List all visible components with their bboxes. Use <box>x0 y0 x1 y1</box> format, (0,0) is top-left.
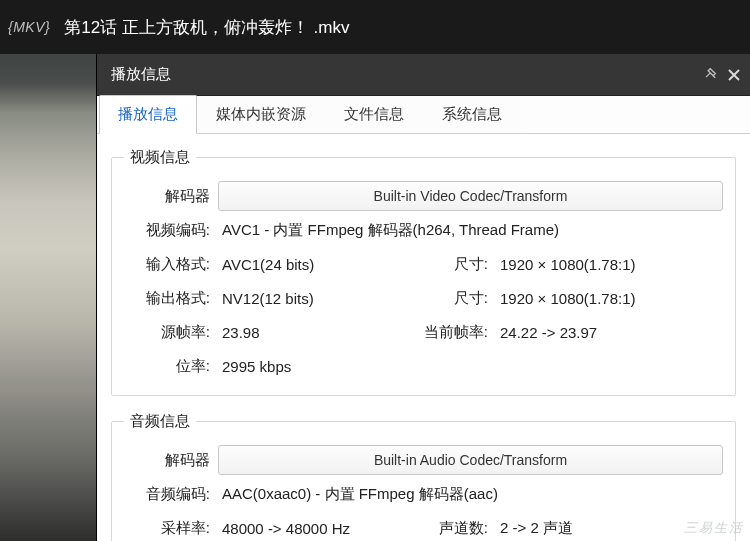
video-input-format-value: AVC1(24 bits) <box>218 256 408 273</box>
video-output-size-value: 1920 × 1080(1.78:1) <box>496 290 723 307</box>
audio-decoder-label: 解码器 <box>124 451 214 470</box>
video-input-format-label: 输入格式: <box>124 255 214 274</box>
video-cur-fps-label: 当前帧率: <box>412 323 492 342</box>
audio-info-group: 音频信息 解码器 Built-in Audio Codec/Transform … <box>111 412 736 541</box>
titlebar: {MKV} 第12话 正上方敌机，俯冲轰炸！ .mkv <box>0 0 750 54</box>
video-preview[interactable] <box>0 54 97 541</box>
video-legend: 视频信息 <box>124 148 196 167</box>
info-panel: 播放信息 播放信息 媒体内嵌资源 文件信息 系统信息 视频信息 解码器 <box>97 54 750 541</box>
tab-playback-info[interactable]: 播放信息 <box>99 95 197 134</box>
video-src-fps-label: 源帧率: <box>124 323 214 342</box>
video-decoder-button[interactable]: Built-in Video Codec/Transform <box>218 181 723 211</box>
video-codec-value: AVC1 - 内置 FFmpeg 解码器(h264, Thread Frame) <box>218 221 723 240</box>
tab-bar: 播放信息 媒体内嵌资源 文件信息 系统信息 <box>97 96 750 134</box>
video-cur-fps-value: 24.22 -> 23.97 <box>496 324 723 341</box>
panel-title: 播放信息 <box>111 65 171 84</box>
video-input-size-label: 尺寸: <box>412 255 492 274</box>
format-tag: {MKV} <box>8 19 50 35</box>
audio-decoder-button[interactable]: Built-in Audio Codec/Transform <box>218 445 723 475</box>
tab-content: 视频信息 解码器 Built-in Video Codec/Transform … <box>97 134 750 541</box>
audio-codec-value: AAC(0xaac0) - 内置 FFmpeg 解码器(aac) <box>218 485 723 504</box>
tab-embedded-resources[interactable]: 媒体内嵌资源 <box>197 95 325 133</box>
video-bitrate-value: 2995 kbps <box>218 358 723 375</box>
audio-legend: 音频信息 <box>124 412 196 431</box>
panel-header: 播放信息 <box>97 54 750 96</box>
audio-channels-value: 2 -> 2 声道 <box>496 519 723 538</box>
close-icon[interactable] <box>728 69 740 81</box>
pin-icon[interactable] <box>704 68 718 82</box>
video-bitrate-label: 位率: <box>124 357 214 376</box>
video-info-group: 视频信息 解码器 Built-in Video Codec/Transform … <box>111 148 736 396</box>
tab-file-info[interactable]: 文件信息 <box>325 95 423 133</box>
audio-sample-rate-value: 48000 -> 48000 Hz <box>218 520 408 537</box>
video-src-fps-value: 23.98 <box>218 324 408 341</box>
video-decoder-label: 解码器 <box>124 187 214 206</box>
audio-sample-rate-label: 采样率: <box>124 519 214 538</box>
video-output-size-label: 尺寸: <box>412 289 492 308</box>
audio-codec-label: 音频编码: <box>124 485 214 504</box>
video-output-format-label: 输出格式: <box>124 289 214 308</box>
tab-system-info[interactable]: 系统信息 <box>423 95 521 133</box>
video-codec-label: 视频编码: <box>124 221 214 240</box>
window-title: 第12话 正上方敌机，俯冲轰炸！ .mkv <box>64 16 349 39</box>
video-output-format-value: NV12(12 bits) <box>218 290 408 307</box>
video-input-size-value: 1920 × 1080(1.78:1) <box>496 256 723 273</box>
audio-channels-label: 声道数: <box>412 519 492 538</box>
